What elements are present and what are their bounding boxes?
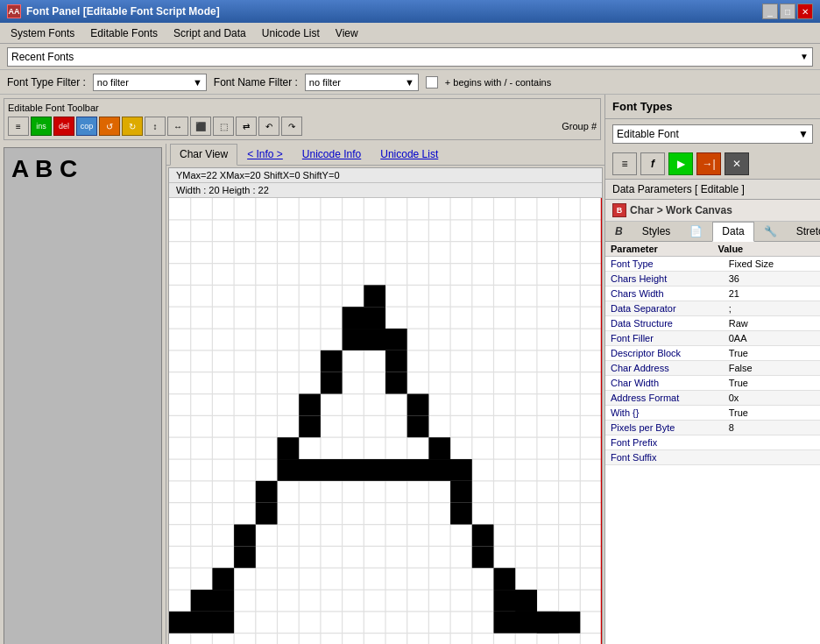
svg-rect-47 [321,372,343,394]
filter-row: Font Type Filter : no filter ▼ Font Name… [0,70,820,95]
param-row[interactable]: Font TypeFixed Size [605,257,820,272]
param-name: Font Prefix [605,435,724,450]
rt-bold-btn[interactable]: f [640,152,665,175]
right-panel: Font Types Editable Font ▼ ≡ f ▶ →| ✕ Da… [604,95,820,644]
char-canvas-bar: B Char > Work Canvas [605,200,820,222]
toolbar-buttons: ≡ ins del cop ↺ ↻ ↕ ↔ ⬛ ⬚ ⇄ ↶ ↷ [8,117,302,136]
param-value: 0AA [724,331,820,346]
font-type-filter-combo[interactable]: no filter ▼ [93,74,207,91]
svg-rect-63 [472,546,494,568]
menu-system-fonts[interactable]: System Fonts [4,25,81,41]
rt-hamburger-btn[interactable]: ≡ [612,152,637,175]
param-row[interactable]: Chars Height36 [605,272,820,287]
param-name: With {} [605,406,724,421]
tab-info[interactable]: < Info > [237,144,293,165]
svg-rect-62 [234,546,256,568]
rt-play-btn[interactable]: ▶ [668,152,693,175]
menu-editable-fonts[interactable]: Editable Fonts [83,25,165,41]
param-row[interactable]: With {}True [605,406,820,421]
param-value [724,435,820,450]
param-row[interactable]: Char AddressFalse [605,361,820,376]
svg-rect-64 [212,568,234,590]
right-tab-data[interactable]: Data [712,222,753,242]
ins-btn[interactable]: ins [31,117,52,136]
tab-unicode-list[interactable]: Unicode List [371,144,448,165]
font-type-filter-label: Font Type Filter : [7,76,86,88]
svg-rect-43 [343,307,385,329]
svg-rect-59 [450,503,472,525]
rotate-right-btn[interactable]: ↻ [122,117,143,136]
rt-tools-btn[interactable]: ✕ [725,152,749,175]
font-name-filter-combo[interactable]: no filter ▼ [305,74,419,91]
tab-unicode-info[interactable]: Unicode Info [293,144,371,165]
param-row[interactable]: Pixels per Byte8 [605,421,820,435]
editable-toolbar-title: Editable Font Toolbar [8,103,597,113]
font-type-combo-arrow: ▼ [193,77,202,88]
right-tab-b[interactable]: B [605,222,633,241]
clear-btn[interactable]: ⬚ [213,117,234,136]
param-row[interactable]: Font Prefix [605,435,820,450]
svg-rect-68 [169,612,234,633]
title-bar: AA Font Panel [Editable Font Script Mode… [0,0,820,23]
right-tabs: B Styles 📄 Data 🔧 Stretch [605,222,820,242]
font-types-header: Font Types [605,95,820,119]
param-table: Font TypeFixed SizeChars Height36Chars W… [605,257,820,465]
svg-rect-42 [364,285,385,307]
menu-unicode-list[interactable]: Unicode List [255,25,327,41]
right-tab-tools[interactable]: 🔧 [754,222,787,241]
param-value: True [724,406,820,421]
param-row[interactable]: Data Separator; [605,301,820,316]
right-toolbar: ≡ f ▶ →| ✕ [605,149,820,180]
filter-hint: + begins with / - contains [445,77,551,88]
redo-btn[interactable]: ↷ [281,117,302,136]
param-row[interactable]: Address Format0x [605,391,820,406]
right-tab-stretch[interactable]: Stretch [787,222,820,241]
pixel-grid-area[interactable] [169,198,602,644]
menu-view[interactable]: View [329,25,365,41]
rotate-left-btn[interactable]: ↺ [99,117,120,136]
param-table-container: Font TypeFixed SizeChars Height36Chars W… [605,257,820,644]
cop-btn[interactable]: cop [76,117,97,136]
window-controls[interactable]: _ □ ✕ [762,4,813,19]
app-icon: AA [7,4,21,18]
svg-rect-55 [278,459,472,481]
param-row[interactable]: Font Filler0AA [605,331,820,346]
menu-script-data[interactable]: Script and Data [166,25,253,41]
param-name: Char Address [605,361,724,376]
param-row[interactable]: Data StructureRaw [605,316,820,331]
svg-rect-65 [494,568,516,590]
param-value: 8 [724,421,820,435]
rt-export-btn[interactable]: →| [696,152,721,175]
del-btn[interactable]: del [53,117,74,136]
flip-v-btn[interactable]: ↕ [145,117,166,136]
char-info-text: YMax=22 XMax=20 ShiftX=0 ShiftY=0 [176,170,340,180]
tab-char-view[interactable]: Char View [170,144,237,166]
swap-btn[interactable]: ⇄ [236,117,257,136]
svg-rect-58 [256,503,278,525]
close-button[interactable]: ✕ [797,4,813,19]
filter-checkbox[interactable] [426,76,438,88]
restore-button[interactable]: □ [780,4,795,19]
param-row[interactable]: Chars Width21 [605,287,820,301]
font-type-filter-value: no filter [97,77,129,88]
param-row[interactable]: Font Suffix [605,450,820,465]
minimize-button[interactable]: _ [762,4,778,19]
pixel-art-canvas [169,198,602,644]
recent-fonts-combo[interactable]: Recent Fonts ▼ [7,47,813,67]
hamburger-btn[interactable]: ≡ [8,117,29,136]
param-value: 36 [724,272,820,287]
param-row[interactable]: Char WidthTrue [605,376,820,391]
undo-btn[interactable]: ↶ [258,117,279,136]
font-type-combo[interactable]: Editable Font ▼ [612,124,813,144]
param-name: Char Width [605,376,724,391]
right-tab-doc[interactable]: 📄 [680,222,712,241]
svg-rect-70 [515,590,537,612]
data-params-header: Data Parameters [ Editable ] [605,180,820,200]
param-row[interactable]: Descriptor BlockTrue [605,346,820,361]
param-value: False [724,361,820,376]
flip-h-btn[interactable]: ↔ [167,117,188,136]
param-name: Data Separator [605,301,724,316]
right-tab-styles[interactable]: Styles [633,222,681,241]
svg-rect-53 [278,437,300,459]
fill-btn[interactable]: ⬛ [190,117,211,136]
